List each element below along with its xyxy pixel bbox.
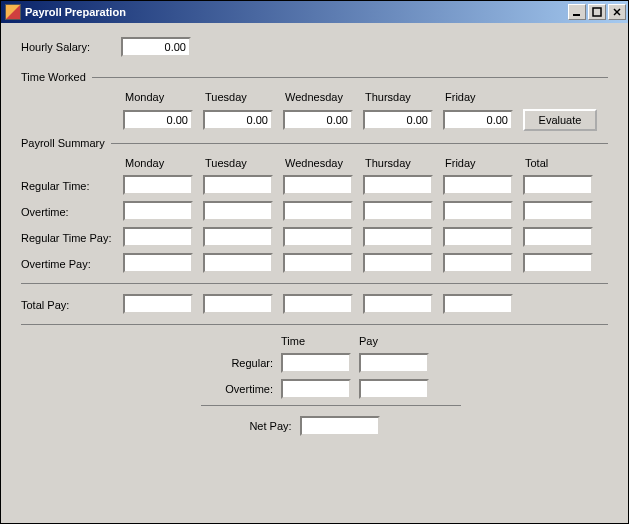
overtime-thu [363,201,433,221]
regular-pay-fri [443,227,513,247]
regular-time-tue [203,175,273,195]
time-worked-inputs: Evaluate [21,109,608,131]
regular-pay-total [523,227,593,247]
divider [111,143,608,144]
overtime-pay-wed [283,253,353,273]
totals-pay-header: Pay [359,335,429,347]
totals-section: Time Pay Regular: Overtime: [201,335,608,399]
regular-time-fri [443,175,513,195]
overtime-pay-label: Overtime Pay: [21,256,121,270]
net-pay-row: Net Pay: [21,416,608,436]
header-tuesday: Tuesday [203,91,281,103]
client-area: Hourly Salary: Time Worked Monday Tuesda… [1,23,628,523]
overtime-pay-fri [443,253,513,273]
close-button[interactable] [608,4,626,20]
header-wednesday: Wednesday [283,91,361,103]
overtime-pay-row: Overtime Pay: [21,253,608,273]
regular-pay-mon [123,227,193,247]
time-worked-section: Time Worked [21,71,608,83]
regular-pay-row: Regular Time Pay: [21,227,608,247]
regular-pay-wed [283,227,353,247]
total-pay-row: Total Pay: [21,294,608,314]
regular-time-mon [123,175,193,195]
summary-header-tue: Tuesday [203,157,281,169]
overtime-mon [123,201,193,221]
totals-overtime-pay [359,379,429,399]
hourly-salary-label: Hourly Salary: [21,41,121,53]
app-icon [5,4,21,20]
window-controls [568,4,626,20]
divider [201,405,461,406]
overtime-pay-tue [203,253,273,273]
overtime-wed [283,201,353,221]
totals-overtime-label: Overtime: [201,383,273,395]
summary-header-fri: Friday [443,157,521,169]
regular-time-label: Regular Time: [21,178,121,192]
header-friday: Friday [443,91,521,103]
net-pay-value [300,416,380,436]
total-pay-label: Total Pay: [21,297,121,311]
regular-time-total [523,175,593,195]
divider [21,283,608,284]
regular-time-thu [363,175,433,195]
summary-header-total: Total [523,157,601,169]
overtime-label: Overtime: [21,204,121,218]
totals-regular-pay [359,353,429,373]
totals-regular-time [281,353,351,373]
titlebar: Payroll Preparation [1,1,628,23]
regular-pay-tue [203,227,273,247]
totals-regular-label: Regular: [201,357,273,369]
regular-pay-label: Regular Time Pay: [21,230,121,244]
header-thursday: Thursday [363,91,441,103]
window-title: Payroll Preparation [25,6,568,18]
hourly-salary-input[interactable] [121,37,191,57]
payroll-summary-section: Payroll Summary [21,137,608,149]
totals-time-header: Time [281,335,351,347]
summary-header-mon: Monday [123,157,201,169]
minimize-button[interactable] [568,4,586,20]
totals-overtime-row: Overtime: [201,379,608,399]
overtime-total [523,201,593,221]
total-pay-tue [203,294,273,314]
summary-header-thu: Thursday [363,157,441,169]
payroll-summary-label: Payroll Summary [21,137,105,149]
totals-regular-row: Regular: [201,353,608,373]
totals-overtime-time [281,379,351,399]
maximize-button[interactable] [588,4,606,20]
header-monday: Monday [123,91,201,103]
regular-time-row: Regular Time: [21,175,608,195]
overtime-row: Overtime: [21,201,608,221]
net-pay-label: Net Pay: [249,420,291,432]
regular-time-wed [283,175,353,195]
summary-header: Monday Tuesday Wednesday Thursday Friday… [21,157,608,169]
svg-rect-1 [593,8,601,16]
total-pay-thu [363,294,433,314]
total-pay-mon [123,294,193,314]
overtime-pay-mon [123,253,193,273]
divider [92,77,608,78]
time-worked-wed[interactable] [283,110,353,130]
totals-header: Time Pay [281,335,608,347]
overtime-fri [443,201,513,221]
divider [21,324,608,325]
hourly-salary-row: Hourly Salary: [21,37,608,57]
overtime-tue [203,201,273,221]
total-pay-wed [283,294,353,314]
window: Payroll Preparation Hourly Salary: Time … [0,0,629,524]
time-worked-header: Monday Tuesday Wednesday Thursday Friday [21,91,608,103]
time-worked-fri[interactable] [443,110,513,130]
time-worked-thu[interactable] [363,110,433,130]
evaluate-button[interactable]: Evaluate [523,109,597,131]
total-pay-fri [443,294,513,314]
overtime-pay-thu [363,253,433,273]
regular-pay-thu [363,227,433,247]
time-worked-label: Time Worked [21,71,86,83]
summary-header-wed: Wednesday [283,157,361,169]
time-worked-mon[interactable] [123,110,193,130]
time-worked-tue[interactable] [203,110,273,130]
overtime-pay-total [523,253,593,273]
